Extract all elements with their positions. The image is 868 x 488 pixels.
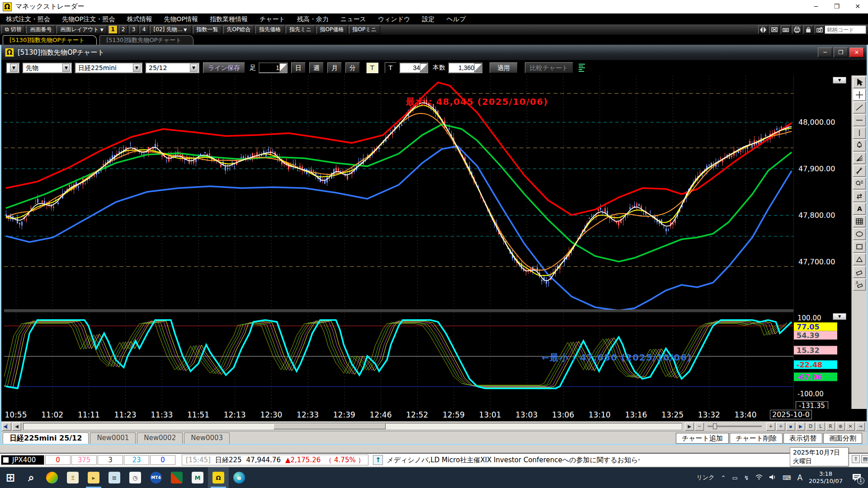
hline-icon[interactable] xyxy=(853,114,866,126)
switch-button[interactable]: ⧉ 切替 xyxy=(1,25,25,34)
symbol-code-input[interactable] xyxy=(825,25,866,34)
ime-indicator[interactable]: A xyxy=(797,473,802,482)
screen-button-1[interactable]: 1 xyxy=(108,25,118,34)
menu-item-3[interactable]: 先物OP情報 xyxy=(158,14,203,24)
toolbar-button-3[interactable]: 指先ミニ xyxy=(286,25,315,34)
monex-trader-icon[interactable]: Ω xyxy=(208,467,229,488)
power-icon[interactable]: ↯ xyxy=(744,474,749,481)
triangle-icon[interactable] xyxy=(853,253,866,265)
news-panel-icon[interactable]: ▤ xyxy=(861,455,868,463)
screen-button-2[interactable]: 2 xyxy=(119,25,128,34)
zoom-slider-thumb[interactable] xyxy=(713,423,717,429)
menu-item-2[interactable]: 株式情報 xyxy=(121,14,158,24)
price-axis[interactable]: 48,000.0047,900.0047,800.0047,700.00100.… xyxy=(793,75,851,409)
scroll-tool-2[interactable]: ▪ xyxy=(786,422,795,431)
chart-tab-0[interactable]: 日経225mini 25/12 xyxy=(3,432,89,444)
menu-item-10[interactable]: ヘルプ xyxy=(441,14,472,24)
close-button[interactable]: ✕ xyxy=(847,0,868,13)
period-button-3[interactable]: 分 xyxy=(345,62,360,73)
chart-tab-1[interactable]: New0001 xyxy=(90,432,136,444)
news-up-icon[interactable]: ↑ xyxy=(373,455,383,465)
notepad-icon[interactable]: ≡ xyxy=(104,467,125,488)
chart-action-0[interactable]: チャート追加 xyxy=(676,433,729,444)
lock-icon[interactable] xyxy=(803,25,813,34)
mt4-icon[interactable]: MT4 xyxy=(146,467,166,488)
left-right-arrows-icon[interactable] xyxy=(758,25,768,34)
workspace-tab-0[interactable]: [5130]指数先物OPチャート xyxy=(3,35,97,45)
zoom-slider[interactable] xyxy=(708,426,762,427)
copilot-icon[interactable] xyxy=(42,467,62,488)
screen-button-3[interactable]: 3 xyxy=(129,25,138,34)
window-restore-button[interactable]: ❐ xyxy=(834,47,848,57)
m-app-icon[interactable]: M xyxy=(187,467,208,488)
edge-icon[interactable]: e xyxy=(229,467,250,488)
period-button-2[interactable]: 月 xyxy=(327,62,342,73)
vline-icon[interactable] xyxy=(853,127,866,139)
scrollbar-track[interactable] xyxy=(23,423,682,430)
eraser-all-icon[interactable]: A xyxy=(853,279,866,291)
preset-dropdown[interactable]: [02] 先物... xyxy=(150,25,192,34)
chart-tab-3[interactable]: New0003 xyxy=(184,432,230,444)
workspace-tab-1[interactable]: [5130]指数先物OPチャート xyxy=(99,35,193,45)
toolbar-button-5[interactable]: 指OPミニ xyxy=(349,25,380,34)
menu-item-7[interactable]: ニュース xyxy=(335,14,372,24)
scroll-right-button[interactable]: ▶ xyxy=(685,422,694,431)
file-explorer-icon[interactable]: ▸ xyxy=(83,467,104,488)
maximize-button[interactable]: ❐ xyxy=(826,0,847,13)
office-icon[interactable] xyxy=(166,467,187,488)
start-icon[interactable]: ⊞ xyxy=(0,467,21,488)
menu-item-4[interactable]: 指数業種情報 xyxy=(204,14,254,24)
link-label[interactable]: リンク xyxy=(697,474,715,482)
mini-dropdown[interactable]: ▼ xyxy=(6,62,19,73)
menu-item-5[interactable]: チャート xyxy=(254,14,291,24)
scroll-tool-5[interactable]: L xyxy=(816,422,825,431)
tick-button-active[interactable]: T xyxy=(366,62,378,73)
scroll-tool-6[interactable]: R xyxy=(826,422,835,431)
zoom-out-button[interactable]: − xyxy=(695,422,704,431)
search-icon[interactable]: ⌕ xyxy=(21,467,42,488)
toolbar-button-1[interactable]: 先OP総合 xyxy=(223,25,255,34)
scroll-tool-7[interactable]: ⊕ xyxy=(836,422,845,431)
chevron-up-icon[interactable]: ⌃ xyxy=(721,474,726,481)
osc-panel-collapse-button[interactable]: ▼ xyxy=(833,313,846,320)
screen-layout-dropdown[interactable]: 画面レイアウト xyxy=(57,25,107,34)
period-button-1[interactable]: 週 xyxy=(309,62,324,73)
chart-action-3[interactable]: 画面分割 xyxy=(823,433,862,444)
index-group-cell[interactable]: JPX400 xyxy=(1,455,44,465)
scroll-tool-0[interactable]: + xyxy=(766,422,775,431)
pc-icon[interactable]: ▭ xyxy=(732,474,737,481)
scroll-tool-3[interactable]: ▶ xyxy=(796,422,805,431)
minimize-button[interactable]: ─ xyxy=(806,0,826,13)
ellipse-icon[interactable] xyxy=(853,228,866,240)
wifi-icon[interactable] xyxy=(755,474,763,481)
regression-icon[interactable] xyxy=(853,165,866,177)
window-minimize-button[interactable]: ─ xyxy=(818,47,832,57)
toolbar-button-4[interactable]: 指OP価格 xyxy=(316,25,348,34)
scroll-tool-4[interactable]: D xyxy=(806,422,815,431)
contract-select[interactable]: 25/12▼ xyxy=(145,62,199,73)
apply-button[interactable]: 適用 xyxy=(490,62,518,73)
screen-button-4[interactable]: 4 xyxy=(140,25,149,34)
param-stepper[interactable] xyxy=(399,62,428,73)
oval-app-icon[interactable]: Ξ xyxy=(62,467,83,488)
eraser-icon[interactable] xyxy=(853,266,866,278)
grid-icon[interactable] xyxy=(853,216,866,227)
printer-icon[interactable] xyxy=(792,25,802,34)
menu-item-0[interactable]: 株式注文・照会 xyxy=(0,14,56,24)
rectangle-icon[interactable] xyxy=(853,241,866,253)
chart-window-title-bar[interactable]: Ω [5130]指数先物OPチャート ─ ❐ ✕ xyxy=(1,45,867,60)
symbol-select[interactable]: 日経225mini▼ xyxy=(75,62,142,73)
trendline-icon[interactable] xyxy=(853,102,866,113)
news-restore-icon[interactable]: ⇧ xyxy=(852,455,860,463)
crosshair-icon[interactable] xyxy=(853,89,866,101)
price-panel-collapse-button[interactable]: ▼ xyxy=(833,77,846,84)
quote-icon[interactable] xyxy=(853,178,866,189)
scroll-home-button[interactable]: ◀▏ xyxy=(2,422,11,431)
scroll-tool-9[interactable]: ⇥ xyxy=(856,422,865,431)
cycle-icon[interactable] xyxy=(853,190,866,202)
chart-tab-2[interactable]: New0002 xyxy=(137,432,183,444)
touch-keyboard-icon[interactable]: ⌨ xyxy=(783,474,791,481)
period-button-0[interactable]: 日 xyxy=(291,62,306,73)
cursor-icon[interactable] xyxy=(853,76,866,88)
menu-item-8[interactable]: ウィンドウ xyxy=(372,14,416,24)
